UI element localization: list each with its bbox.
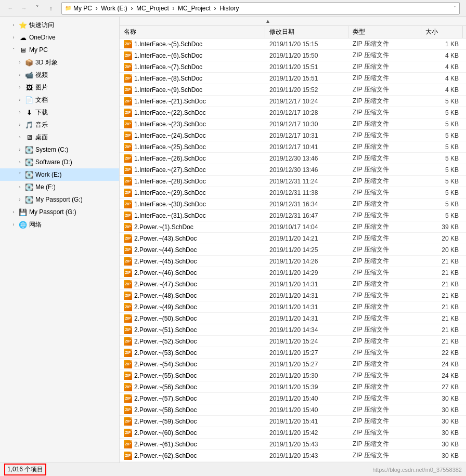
sidebar-item-quick-access[interactable]: › ⭐ 快速访问 xyxy=(0,19,119,31)
file-date-cell: 2019/11/20 14:31 xyxy=(265,279,348,289)
file-date-cell: 2019/11/20 15:43 xyxy=(265,439,348,449)
sidebar-item-mypassport1[interactable]: › 💽 My Passport (G:) xyxy=(0,193,119,206)
table-row[interactable]: ZIP 1.InterFace.~(7).SchDoc 2019/11/20 1… xyxy=(120,61,466,73)
table-row[interactable]: ZIP 1.InterFace.~(24).SchDoc 2019/12/17 … xyxy=(120,130,466,141)
col-header-size[interactable]: 大小 xyxy=(421,26,463,38)
file-name-cell: ZIP 2.Power.~(45).SchDoc xyxy=(120,256,265,267)
table-row[interactable]: ZIP 2.Power.~(1).SchDoc 2019/10/17 14:04… xyxy=(120,221,466,233)
file-date-cell: 2019/11/20 15:15 xyxy=(265,38,348,49)
table-row[interactable]: ZIP 2.Power.~(44).SchDoc 2019/11/20 14:2… xyxy=(120,244,466,256)
sidebar-item-softd[interactable]: › 💽 Software (D:) xyxy=(0,156,119,168)
table-row[interactable]: ZIP 2.Power.~(47).SchDoc 2019/11/20 14:3… xyxy=(120,279,466,290)
table-row[interactable]: ZIP 2.Power.~(53).SchDoc 2019/11/20 15:2… xyxy=(120,347,466,359)
sidebar-item-3d[interactable]: › 📦 3D 对象 xyxy=(0,56,119,69)
expand-icon: › xyxy=(17,147,23,152)
table-row[interactable]: ZIP 1.InterFace.~(27).SchDoc 2019/12/30 … xyxy=(120,164,466,176)
table-row[interactable]: ZIP 2.Power.~(48).SchDoc 2019/11/20 14:3… xyxy=(120,290,466,301)
dropdown-button[interactable]: ˅ xyxy=(31,2,44,15)
table-row[interactable]: ZIP 1.InterFace.~(23).SchDoc 2019/12/17 … xyxy=(120,118,466,130)
sidebar-item-mypassport2[interactable]: › 💾 My Passport (G:) xyxy=(0,206,119,218)
file-size-cell: 5 KB xyxy=(421,199,463,209)
zip-icon: ZIP xyxy=(124,280,132,288)
forward-button[interactable]: → xyxy=(18,2,30,15)
up-button[interactable]: ↑ xyxy=(45,2,57,15)
table-row[interactable]: ZIP 2.Power.~(43).SchDoc 2019/11/20 14:2… xyxy=(120,233,466,244)
file-name-cell: ZIP 1.InterFace.~(8).SchDoc xyxy=(120,73,265,84)
sidebar-item-mef[interactable]: › 💽 Me (F:) xyxy=(0,181,119,193)
table-row[interactable]: ZIP 2.Power.~(56).SchDoc 2019/11/20 15:3… xyxy=(120,381,466,393)
table-row[interactable]: ZIP 2.Power.~(55).SchDoc 2019/11/20 15:3… xyxy=(120,370,466,381)
col-header-type[interactable]: 类型 xyxy=(348,26,421,38)
col-header-name[interactable]: 名称 xyxy=(120,26,265,38)
zip-icon: ZIP xyxy=(124,349,132,357)
table-row[interactable]: ZIP 2.Power.~(59).SchDoc 2019/11/20 15:4… xyxy=(120,416,466,427)
table-row[interactable]: ZIP 1.InterFace.~(5).SchDoc 2019/11/20 1… xyxy=(120,38,466,50)
sidebar-item-docs[interactable]: › 📄 文档 xyxy=(0,94,119,106)
music-icon: 🎵 xyxy=(25,121,33,129)
table-row[interactable]: ZIP 2.Power.~(45).SchDoc 2019/11/20 14:2… xyxy=(120,256,466,267)
back-button[interactable]: ← xyxy=(4,2,17,15)
table-row[interactable]: ZIP 1.InterFace.~(22).SchDoc 2019/12/17 … xyxy=(120,107,466,118)
table-row[interactable]: ZIP 1.InterFace.~(6).SchDoc 2019/11/20 1… xyxy=(120,50,466,61)
file-size-cell: 5 KB xyxy=(421,141,463,152)
zip-icon: ZIP xyxy=(124,303,132,311)
table-row[interactable]: ZIP 1.InterFace.~(30).SchDoc 2019/12/31 … xyxy=(120,199,466,210)
table-row[interactable]: ZIP 2.Power.~(50).SchDoc 2019/11/20 14:3… xyxy=(120,313,466,324)
zip-icon: ZIP xyxy=(124,189,132,197)
file-type-cell: ZIP 压缩文件 xyxy=(348,404,421,415)
table-row[interactable]: ZIP 2.Power.~(46).SchDoc 2019/11/20 14:2… xyxy=(120,267,466,279)
file-date-cell: 2019/11/20 15:40 xyxy=(265,404,348,415)
zip-icon: ZIP xyxy=(124,131,132,140)
sidebar-item-desktop[interactable]: › 🖥 桌面 xyxy=(0,131,119,143)
table-row[interactable]: ZIP 2.Power.~(63).SchDoc 2019/11/20 15:4… xyxy=(120,461,466,462)
file-size-cell: 1 KB xyxy=(421,38,463,49)
table-row[interactable]: ZIP 1.InterFace.~(21).SchDoc 2019/12/17 … xyxy=(120,96,466,107)
file-name-cell: ZIP 2.Power.~(48).SchDoc xyxy=(120,290,265,301)
table-row[interactable]: ZIP 2.Power.~(61).SchDoc 2019/11/20 15:4… xyxy=(120,439,466,450)
sidebar-item-music[interactable]: › 🎵 音乐 xyxy=(0,118,119,131)
table-row[interactable]: ZIP 1.InterFace.~(28).SchDoc 2019/12/31 … xyxy=(120,176,466,187)
address-chevron-icon: ˅ xyxy=(454,6,456,11)
zip-icon: ZIP xyxy=(124,246,132,254)
expand-icon: › xyxy=(17,197,23,202)
table-row[interactable]: ZIP 1.InterFace.~(29).SchDoc 2019/12/31 … xyxy=(120,187,466,199)
file-date-cell: 2019/10/17 14:04 xyxy=(265,221,348,232)
table-row[interactable]: ZIP 2.Power.~(52).SchDoc 2019/11/20 15:2… xyxy=(120,336,466,347)
sidebar-item-pictures[interactable]: › 🖼 图片 xyxy=(0,81,119,94)
file-size-cell: 24 KB xyxy=(421,370,463,381)
col-header-date[interactable]: 修改日期 xyxy=(265,26,348,38)
expand-icon: ˅ xyxy=(10,47,17,52)
zip-icon: ZIP xyxy=(124,269,132,277)
sidebar-item-downloads[interactable]: › ⬇ 下载 xyxy=(0,106,119,118)
expand-icon: › xyxy=(10,22,17,28)
file-date-cell: 2019/11/20 15:30 xyxy=(265,370,348,381)
sidebar-item-systemc[interactable]: › 💽 System (C:) xyxy=(0,143,119,156)
sidebar-item-mypc[interactable]: ˅ 🖥 My PC xyxy=(0,44,119,56)
table-row[interactable]: ZIP 1.InterFace.~(25).SchDoc 2019/12/17 … xyxy=(120,141,466,153)
expand-icon: › xyxy=(10,209,17,215)
file-type-cell: ZIP 压缩文件 xyxy=(348,221,421,232)
sidebar: › ⭐ 快速访问 › ☁ OneDrive ˅ 🖥 My PC › 📦 3D 对… xyxy=(0,17,120,462)
expand-icon: › xyxy=(17,85,23,90)
sidebar-item-video[interactable]: › 📹 视频 xyxy=(0,69,119,81)
file-name-cell: ZIP 2.Power.~(54).SchDoc xyxy=(120,359,265,369)
table-row[interactable]: ZIP 2.Power.~(60).SchDoc 2019/11/20 15:4… xyxy=(120,427,466,439)
table-row[interactable]: ZIP 2.Power.~(54).SchDoc 2019/11/20 15:2… xyxy=(120,359,466,370)
expand-icon: › xyxy=(17,110,23,115)
table-row[interactable]: ZIP 2.Power.~(57).SchDoc 2019/11/20 15:4… xyxy=(120,393,466,404)
table-row[interactable]: ZIP 1.InterFace.~(9).SchDoc 2019/11/20 1… xyxy=(120,84,466,96)
sidebar-item-onedrive[interactable]: › ☁ OneDrive xyxy=(0,31,119,44)
address-bar[interactable]: 📁 My PC › Work (E:) › MC_Project › MC_Pr… xyxy=(61,2,460,15)
table-row[interactable]: ZIP 2.Power.~(58).SchDoc 2019/11/20 15:4… xyxy=(120,404,466,416)
table-row[interactable]: ZIP 2.Power.~(62).SchDoc 2019/11/20 15:4… xyxy=(120,450,466,461)
file-size-cell: 21 KB xyxy=(421,290,463,301)
table-row[interactable]: ZIP 2.Power.~(49).SchDoc 2019/11/20 14:3… xyxy=(120,301,466,313)
sidebar-item-worke[interactable]: ˅ 💽 Work (E:) xyxy=(0,168,119,181)
table-row[interactable]: ZIP 2.Power.~(51).SchDoc 2019/11/20 14:3… xyxy=(120,324,466,336)
sidebar-item-network[interactable]: › 🌐 网络 xyxy=(0,218,119,231)
drive-icon: 💽 xyxy=(25,171,33,179)
table-row[interactable]: ZIP 1.InterFace.~(31).SchDoc 2019/12/31 … xyxy=(120,210,466,221)
table-row[interactable]: ZIP 1.InterFace.~(26).SchDoc 2019/12/30 … xyxy=(120,153,466,164)
table-row[interactable]: ZIP 1.InterFace.~(8).SchDoc 2019/11/20 1… xyxy=(120,73,466,84)
zip-icon: ZIP xyxy=(124,51,132,60)
